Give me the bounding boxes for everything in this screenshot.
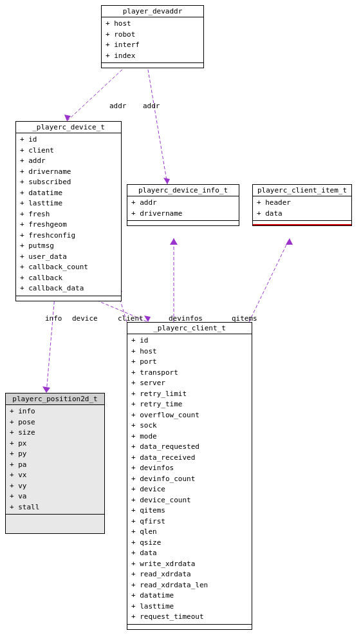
field: + port bbox=[131, 357, 248, 368]
field: + size bbox=[10, 428, 100, 439]
field: + putmsg bbox=[20, 241, 117, 252]
svg-marker-3 bbox=[163, 178, 170, 184]
field: + transport bbox=[131, 368, 248, 379]
field: + overflow_count bbox=[131, 410, 248, 421]
diagram-container: player_devaddr + host + robot + interf +… bbox=[0, 0, 361, 644]
box-playerc-client-item-t-footer bbox=[253, 220, 351, 225]
field: + vx bbox=[10, 470, 100, 481]
field: + robot bbox=[106, 30, 199, 41]
svg-marker-1 bbox=[64, 115, 71, 121]
field: + addr bbox=[20, 156, 117, 167]
box-playerc-device-info-t: playerc_device_info_t + addr + drivernam… bbox=[127, 184, 239, 226]
field: + qitems bbox=[131, 506, 248, 516]
box-playerc-device-info-t-title: playerc_device_info_t bbox=[127, 185, 239, 196]
svg-line-0 bbox=[67, 70, 122, 121]
box-playerc-position2d-t-footer bbox=[6, 514, 104, 533]
box-player-devaddr: player_devaddr + host + robot + interf +… bbox=[101, 5, 204, 68]
label-addr1: addr bbox=[109, 102, 127, 110]
box-playerc-client-item-t-title: playerc_client_item_t bbox=[253, 185, 351, 196]
box-playerc-device-t: _playerc_device_t + id + client + addr +… bbox=[15, 121, 122, 301]
svg-marker-13 bbox=[286, 238, 293, 245]
field: + device bbox=[131, 484, 248, 495]
field: + py bbox=[10, 449, 100, 460]
field: + device_count bbox=[131, 495, 248, 506]
box-playerc-client-t-title: _playerc_client_t bbox=[127, 323, 252, 334]
field: + freshgeom bbox=[20, 220, 117, 231]
field: + pa bbox=[10, 460, 100, 471]
field: + datatime bbox=[131, 591, 248, 601]
field: + freshconfig bbox=[20, 231, 117, 242]
box-player-devaddr-footer bbox=[102, 62, 203, 68]
field: + lasttime bbox=[20, 198, 117, 209]
box-playerc-client-item-t: playerc_client_item_t + header + data bbox=[252, 184, 352, 226]
field: + pose bbox=[10, 417, 100, 428]
field: + mode bbox=[131, 431, 248, 442]
box-playerc-device-t-body: + id + client + addr + drivername + subs… bbox=[16, 133, 121, 296]
field: + stall bbox=[10, 502, 100, 513]
field: + id bbox=[131, 336, 248, 346]
field: + addr bbox=[131, 198, 235, 209]
field: + lasttime bbox=[131, 601, 248, 612]
box-player-devaddr-body: + host + robot + interf + index bbox=[102, 17, 203, 62]
box-player-devaddr-title: player_devaddr bbox=[102, 6, 203, 17]
field: + data_received bbox=[131, 453, 248, 464]
box-playerc-client-t-body: + id + host + port + transport + server … bbox=[127, 334, 252, 624]
field: + request_timeout bbox=[131, 612, 248, 623]
box-playerc-position2d-t-title: playerc_position2d_t bbox=[6, 393, 104, 405]
field: + drivername bbox=[20, 167, 117, 178]
field: + data_requested bbox=[131, 442, 248, 453]
svg-marker-11 bbox=[170, 238, 178, 245]
field: + sock bbox=[131, 421, 248, 431]
field: + devinfos bbox=[131, 463, 248, 474]
box-playerc-device-info-t-body: + addr + drivername bbox=[127, 196, 239, 220]
field: + callback_data bbox=[20, 283, 117, 294]
field: + info bbox=[10, 406, 100, 417]
label-info: info bbox=[45, 314, 62, 323]
field: + header bbox=[257, 198, 347, 209]
field: + host bbox=[106, 19, 199, 30]
field: + data bbox=[257, 209, 347, 220]
box-playerc-device-t-footer bbox=[16, 296, 121, 301]
field: + callback_count bbox=[20, 262, 117, 273]
field: + px bbox=[10, 439, 100, 450]
field: + id bbox=[20, 135, 117, 146]
field: + data bbox=[131, 548, 248, 559]
field: + retry_limit bbox=[131, 389, 248, 400]
field: + qfirst bbox=[131, 516, 248, 527]
field: + fresh bbox=[20, 209, 117, 220]
label-device: device bbox=[72, 314, 98, 323]
field: + qlen bbox=[131, 527, 248, 538]
box-playerc-client-t: _playerc_client_t + id + host + port + t… bbox=[127, 322, 252, 630]
field: + qsize bbox=[131, 538, 248, 549]
field: + read_xdrdata_len bbox=[131, 580, 248, 591]
box-playerc-device-info-t-footer bbox=[127, 220, 239, 225]
field: + retry_time bbox=[131, 399, 248, 410]
field: + subscribed bbox=[20, 177, 117, 188]
svg-line-2 bbox=[148, 70, 167, 184]
field: + write_xdrdata bbox=[131, 559, 248, 570]
field: + vy bbox=[10, 481, 100, 492]
box-playerc-device-t-title: _playerc_device_t bbox=[16, 122, 121, 133]
box-playerc-client-t-footer bbox=[127, 624, 252, 629]
field: + index bbox=[106, 51, 199, 62]
field: + interf bbox=[106, 40, 199, 51]
svg-line-4 bbox=[46, 296, 55, 393]
field: + server bbox=[131, 378, 248, 389]
field: + user_data bbox=[20, 252, 117, 263]
field: + devinfo_count bbox=[131, 474, 248, 485]
svg-marker-7 bbox=[144, 316, 151, 322]
field: + host bbox=[131, 346, 248, 357]
svg-line-12 bbox=[249, 238, 290, 322]
field: + client bbox=[20, 146, 117, 156]
box-playerc-position2d-t: playerc_position2d_t + info + pose + siz… bbox=[5, 393, 105, 534]
field: + drivername bbox=[131, 209, 235, 220]
box-playerc-position2d-t-body: + info + pose + size + px + py + pa + vx… bbox=[6, 405, 104, 514]
field: + va bbox=[10, 491, 100, 502]
svg-marker-5 bbox=[42, 386, 50, 393]
field: + callback bbox=[20, 273, 117, 284]
box-playerc-client-item-t-body: + header + data bbox=[253, 196, 351, 220]
field: + datatime bbox=[20, 188, 117, 199]
label-addr2: addr bbox=[143, 102, 160, 110]
field: + read_xdrdata bbox=[131, 569, 248, 580]
